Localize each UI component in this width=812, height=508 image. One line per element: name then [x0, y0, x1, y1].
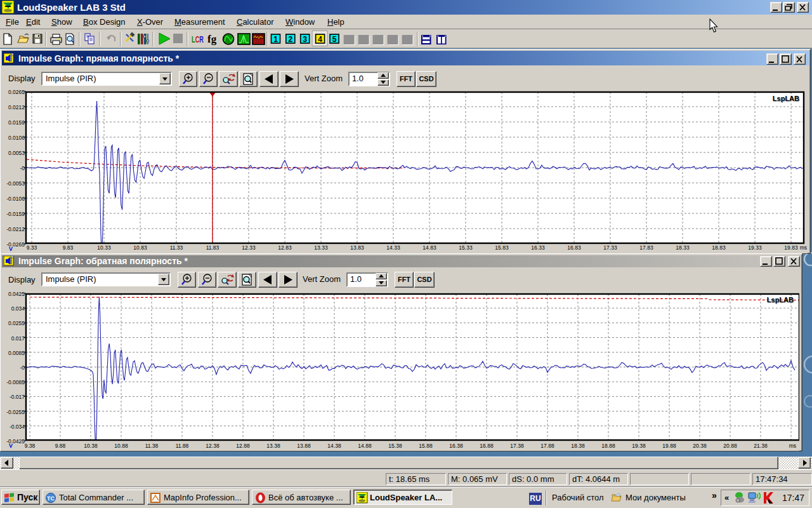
svg-text:-0.017: -0.017	[10, 394, 25, 400]
svg-text:2: 2	[288, 35, 292, 44]
svg-text:5: 5	[332, 35, 337, 44]
svg-text:12.33: 12.33	[242, 244, 256, 251]
svg-text:16.38: 16.38	[449, 443, 463, 449]
svg-text:15.33: 15.33	[459, 244, 473, 251]
svg-text:3: 3	[303, 35, 307, 44]
svg-text:14.83: 14.83	[422, 244, 436, 251]
svg-text:9.83: 9.83	[63, 244, 74, 251]
svg-text:0.0212: 0.0212	[8, 104, 25, 110]
svg-text:9.33: 9.33	[27, 244, 37, 251]
svg-text:9.38: 9.38	[25, 443, 36, 449]
svg-text:LCR: LCR	[192, 34, 204, 44]
svg-text:12.83: 12.83	[278, 244, 292, 251]
svg-text:11.88: 11.88	[176, 443, 189, 449]
svg-text:1: 1	[273, 35, 278, 44]
svg-text:ms: ms	[789, 443, 796, 449]
svg-text:0.0106: 0.0106	[8, 135, 25, 141]
svg-text:14.33: 14.33	[386, 244, 400, 251]
svg-text:16.33: 16.33	[531, 244, 545, 251]
svg-text:V: V	[9, 246, 13, 252]
svg-text:11.38: 11.38	[145, 443, 159, 449]
svg-text:13.88: 13.88	[297, 443, 311, 449]
svg-text:-0.0106: -0.0106	[6, 196, 25, 202]
svg-text:0.034: 0.034	[11, 305, 25, 312]
svg-text:16.88: 16.88	[480, 443, 494, 449]
svg-text:14.88: 14.88	[358, 443, 372, 449]
svg-text:LspLAB: LspLAB	[773, 95, 799, 102]
svg-text:10.88: 10.88	[114, 443, 128, 449]
svg-text:10.83: 10.83	[133, 244, 147, 251]
svg-text:0.0053: 0.0053	[8, 150, 25, 156]
svg-text:18.33: 18.33	[676, 244, 690, 251]
svg-text:20.38: 20.38	[693, 443, 707, 449]
svg-text:9.88: 9.88	[55, 443, 66, 449]
svg-text:10.38: 10.38	[84, 443, 98, 449]
svg-text:-0.0212: -0.0212	[6, 226, 25, 232]
svg-text:11.83: 11.83	[206, 244, 219, 251]
svg-text:-0.0053: -0.0053	[6, 180, 25, 187]
svg-text:21.38: 21.38	[754, 443, 768, 449]
svg-text:19.33: 19.33	[748, 244, 762, 251]
svg-text:fg: fg	[207, 33, 217, 45]
svg-text:V: V	[9, 443, 13, 449]
svg-text:0.0265: 0.0265	[8, 90, 25, 95]
svg-text:13.38: 13.38	[266, 443, 280, 449]
svg-text:20.88: 20.88	[723, 443, 737, 449]
svg-text:19.38: 19.38	[632, 443, 646, 449]
svg-text:15.83: 15.83	[495, 244, 509, 251]
svg-text:19.88: 19.88	[662, 443, 676, 449]
svg-text:18.88: 18.88	[601, 443, 615, 449]
svg-text:0.0255: 0.0255	[8, 320, 25, 326]
svg-text:14.38: 14.38	[327, 443, 341, 449]
svg-text:15.38: 15.38	[388, 443, 402, 449]
svg-text:0.0085: 0.0085	[8, 350, 25, 356]
svg-text:-0.034: -0.034	[10, 424, 25, 430]
svg-text:0.0159: 0.0159	[8, 119, 25, 126]
svg-text:0.0425: 0.0425	[8, 292, 25, 297]
svg-text:-0: -0	[20, 165, 25, 171]
svg-text:TC: TC	[47, 495, 55, 502]
svg-text:17.38: 17.38	[510, 443, 524, 449]
svg-text:13.83: 13.83	[350, 244, 364, 251]
svg-text:4: 4	[318, 35, 322, 44]
svg-text:17.33: 17.33	[603, 244, 617, 251]
svg-text:18.38: 18.38	[571, 443, 585, 449]
svg-text:LspLAB: LspLAB	[767, 296, 794, 304]
svg-text:19.83: 19.83	[784, 244, 798, 251]
svg-text:11.33: 11.33	[170, 244, 183, 251]
svg-text:17.83: 17.83	[639, 244, 653, 251]
svg-text:-0: -0	[20, 364, 25, 371]
svg-text:13.33: 13.33	[314, 244, 328, 251]
svg-text:0.017: 0.017	[11, 335, 25, 342]
svg-text:15.88: 15.88	[419, 443, 433, 449]
svg-text:12.88: 12.88	[236, 443, 250, 449]
svg-text:16.83: 16.83	[567, 244, 581, 251]
svg-text:12.38: 12.38	[206, 443, 219, 449]
svg-text:17.88: 17.88	[540, 443, 554, 449]
svg-text:10.33: 10.33	[97, 244, 111, 251]
svg-text:ms: ms	[800, 244, 807, 251]
svg-text:18.83: 18.83	[712, 244, 726, 251]
svg-text:-0.0159: -0.0159	[6, 211, 25, 217]
svg-text:-0.0085: -0.0085	[6, 379, 25, 385]
svg-text:-0.0255: -0.0255	[6, 409, 25, 415]
